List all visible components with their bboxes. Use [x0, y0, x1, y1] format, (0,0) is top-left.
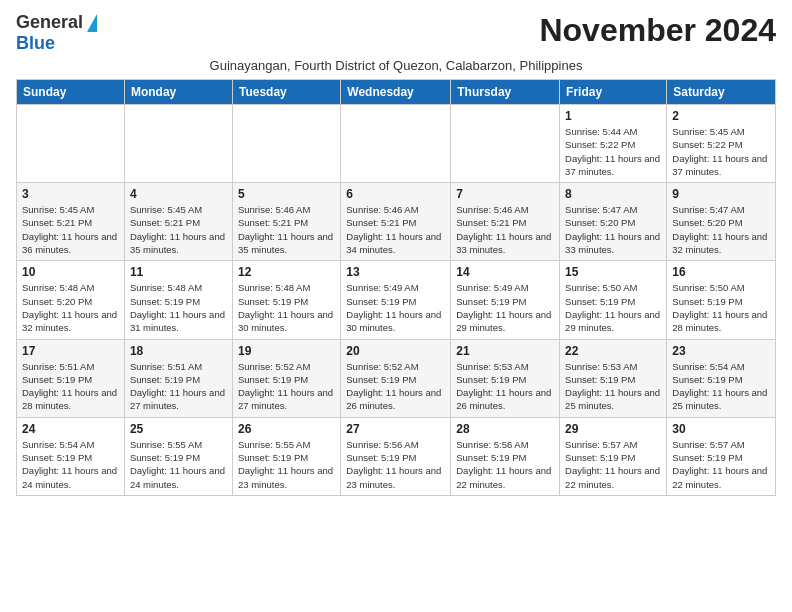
day-number: 4 [130, 187, 227, 201]
day-number: 28 [456, 422, 554, 436]
month-title: November 2024 [539, 12, 776, 49]
day-info: Sunrise: 5:56 AM Sunset: 5:19 PM Dayligh… [456, 438, 554, 491]
col-saturday: Saturday [667, 80, 776, 105]
calendar-cell: 15Sunrise: 5:50 AM Sunset: 5:19 PM Dayli… [560, 261, 667, 339]
col-friday: Friday [560, 80, 667, 105]
day-info: Sunrise: 5:56 AM Sunset: 5:19 PM Dayligh… [346, 438, 445, 491]
day-number: 22 [565, 344, 661, 358]
calendar-cell [124, 105, 232, 183]
day-number: 3 [22, 187, 119, 201]
day-number: 23 [672, 344, 770, 358]
logo-blue-text: Blue [16, 33, 55, 54]
day-info: Sunrise: 5:48 AM Sunset: 5:20 PM Dayligh… [22, 281, 119, 334]
calendar-cell: 12Sunrise: 5:48 AM Sunset: 5:19 PM Dayli… [232, 261, 340, 339]
day-number: 30 [672, 422, 770, 436]
header-row: Sunday Monday Tuesday Wednesday Thursday… [17, 80, 776, 105]
day-info: Sunrise: 5:55 AM Sunset: 5:19 PM Dayligh… [130, 438, 227, 491]
day-number: 9 [672, 187, 770, 201]
day-number: 29 [565, 422, 661, 436]
day-info: Sunrise: 5:47 AM Sunset: 5:20 PM Dayligh… [565, 203, 661, 256]
calendar-cell: 25Sunrise: 5:55 AM Sunset: 5:19 PM Dayli… [124, 417, 232, 495]
calendar-cell: 2Sunrise: 5:45 AM Sunset: 5:22 PM Daylig… [667, 105, 776, 183]
day-info: Sunrise: 5:48 AM Sunset: 5:19 PM Dayligh… [130, 281, 227, 334]
calendar-cell: 23Sunrise: 5:54 AM Sunset: 5:19 PM Dayli… [667, 339, 776, 417]
col-sunday: Sunday [17, 80, 125, 105]
logo-triangle-icon [87, 14, 97, 32]
day-info: Sunrise: 5:46 AM Sunset: 5:21 PM Dayligh… [238, 203, 335, 256]
calendar-cell: 20Sunrise: 5:52 AM Sunset: 5:19 PM Dayli… [341, 339, 451, 417]
day-number: 7 [456, 187, 554, 201]
calendar-cell: 28Sunrise: 5:56 AM Sunset: 5:19 PM Dayli… [451, 417, 560, 495]
day-number: 10 [22, 265, 119, 279]
day-number: 8 [565, 187, 661, 201]
calendar-week-4: 17Sunrise: 5:51 AM Sunset: 5:19 PM Dayli… [17, 339, 776, 417]
header: General Blue November 2024 [16, 12, 776, 54]
calendar-cell [17, 105, 125, 183]
day-number: 25 [130, 422, 227, 436]
calendar-cell: 7Sunrise: 5:46 AM Sunset: 5:21 PM Daylig… [451, 183, 560, 261]
logo: General Blue [16, 12, 97, 54]
calendar-table: Sunday Monday Tuesday Wednesday Thursday… [16, 79, 776, 496]
calendar-cell: 18Sunrise: 5:51 AM Sunset: 5:19 PM Dayli… [124, 339, 232, 417]
day-info: Sunrise: 5:50 AM Sunset: 5:19 PM Dayligh… [565, 281, 661, 334]
day-number: 2 [672, 109, 770, 123]
day-info: Sunrise: 5:44 AM Sunset: 5:22 PM Dayligh… [565, 125, 661, 178]
calendar-page: General Blue November 2024 Guinayangan, … [0, 0, 792, 612]
day-info: Sunrise: 5:52 AM Sunset: 5:19 PM Dayligh… [238, 360, 335, 413]
subtitle: Guinayangan, Fourth District of Quezon, … [16, 58, 776, 73]
day-number: 24 [22, 422, 119, 436]
calendar-cell: 19Sunrise: 5:52 AM Sunset: 5:19 PM Dayli… [232, 339, 340, 417]
day-number: 27 [346, 422, 445, 436]
calendar-cell: 22Sunrise: 5:53 AM Sunset: 5:19 PM Dayli… [560, 339, 667, 417]
day-info: Sunrise: 5:48 AM Sunset: 5:19 PM Dayligh… [238, 281, 335, 334]
calendar-cell: 13Sunrise: 5:49 AM Sunset: 5:19 PM Dayli… [341, 261, 451, 339]
day-info: Sunrise: 5:47 AM Sunset: 5:20 PM Dayligh… [672, 203, 770, 256]
day-number: 19 [238, 344, 335, 358]
day-info: Sunrise: 5:52 AM Sunset: 5:19 PM Dayligh… [346, 360, 445, 413]
col-thursday: Thursday [451, 80, 560, 105]
day-number: 11 [130, 265, 227, 279]
col-tuesday: Tuesday [232, 80, 340, 105]
calendar-cell: 21Sunrise: 5:53 AM Sunset: 5:19 PM Dayli… [451, 339, 560, 417]
calendar-cell: 27Sunrise: 5:56 AM Sunset: 5:19 PM Dayli… [341, 417, 451, 495]
day-info: Sunrise: 5:46 AM Sunset: 5:21 PM Dayligh… [346, 203, 445, 256]
calendar-week-5: 24Sunrise: 5:54 AM Sunset: 5:19 PM Dayli… [17, 417, 776, 495]
day-info: Sunrise: 5:45 AM Sunset: 5:22 PM Dayligh… [672, 125, 770, 178]
calendar-cell: 30Sunrise: 5:57 AM Sunset: 5:19 PM Dayli… [667, 417, 776, 495]
day-info: Sunrise: 5:51 AM Sunset: 5:19 PM Dayligh… [22, 360, 119, 413]
day-info: Sunrise: 5:45 AM Sunset: 5:21 PM Dayligh… [22, 203, 119, 256]
day-info: Sunrise: 5:49 AM Sunset: 5:19 PM Dayligh… [456, 281, 554, 334]
day-info: Sunrise: 5:46 AM Sunset: 5:21 PM Dayligh… [456, 203, 554, 256]
calendar-cell: 8Sunrise: 5:47 AM Sunset: 5:20 PM Daylig… [560, 183, 667, 261]
day-number: 21 [456, 344, 554, 358]
calendar-cell [341, 105, 451, 183]
calendar-cell: 5Sunrise: 5:46 AM Sunset: 5:21 PM Daylig… [232, 183, 340, 261]
calendar-week-1: 1Sunrise: 5:44 AM Sunset: 5:22 PM Daylig… [17, 105, 776, 183]
day-info: Sunrise: 5:50 AM Sunset: 5:19 PM Dayligh… [672, 281, 770, 334]
calendar-week-2: 3Sunrise: 5:45 AM Sunset: 5:21 PM Daylig… [17, 183, 776, 261]
day-info: Sunrise: 5:57 AM Sunset: 5:19 PM Dayligh… [565, 438, 661, 491]
col-wednesday: Wednesday [341, 80, 451, 105]
calendar-cell: 6Sunrise: 5:46 AM Sunset: 5:21 PM Daylig… [341, 183, 451, 261]
day-info: Sunrise: 5:54 AM Sunset: 5:19 PM Dayligh… [672, 360, 770, 413]
day-info: Sunrise: 5:51 AM Sunset: 5:19 PM Dayligh… [130, 360, 227, 413]
calendar-cell: 14Sunrise: 5:49 AM Sunset: 5:19 PM Dayli… [451, 261, 560, 339]
day-number: 26 [238, 422, 335, 436]
calendar-week-3: 10Sunrise: 5:48 AM Sunset: 5:20 PM Dayli… [17, 261, 776, 339]
day-number: 15 [565, 265, 661, 279]
calendar-cell: 9Sunrise: 5:47 AM Sunset: 5:20 PM Daylig… [667, 183, 776, 261]
calendar-cell: 29Sunrise: 5:57 AM Sunset: 5:19 PM Dayli… [560, 417, 667, 495]
calendar-cell: 3Sunrise: 5:45 AM Sunset: 5:21 PM Daylig… [17, 183, 125, 261]
day-number: 12 [238, 265, 335, 279]
calendar-cell [451, 105, 560, 183]
day-number: 1 [565, 109, 661, 123]
day-info: Sunrise: 5:54 AM Sunset: 5:19 PM Dayligh… [22, 438, 119, 491]
calendar-cell: 10Sunrise: 5:48 AM Sunset: 5:20 PM Dayli… [17, 261, 125, 339]
day-number: 5 [238, 187, 335, 201]
col-monday: Monday [124, 80, 232, 105]
day-number: 18 [130, 344, 227, 358]
day-info: Sunrise: 5:55 AM Sunset: 5:19 PM Dayligh… [238, 438, 335, 491]
calendar-cell: 4Sunrise: 5:45 AM Sunset: 5:21 PM Daylig… [124, 183, 232, 261]
logo-general-text: General [16, 12, 83, 33]
calendar-cell: 11Sunrise: 5:48 AM Sunset: 5:19 PM Dayli… [124, 261, 232, 339]
